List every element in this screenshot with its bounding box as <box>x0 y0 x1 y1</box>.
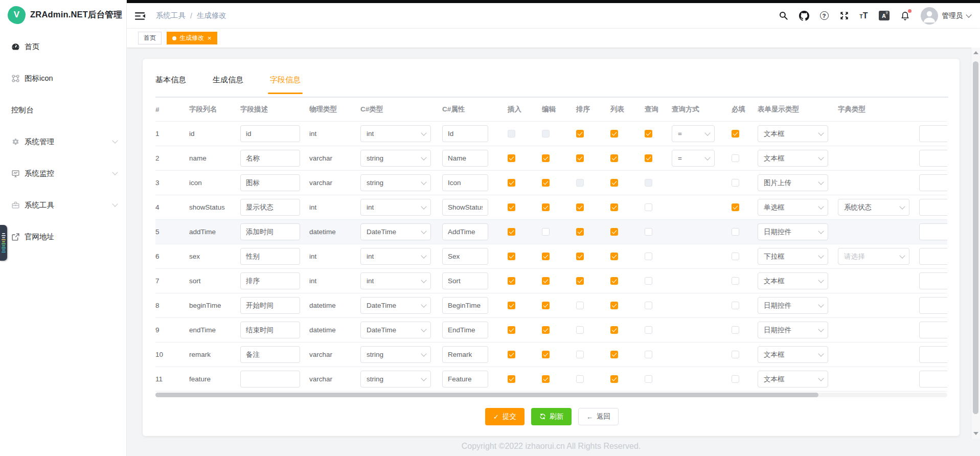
edit-checkbox[interactable] <box>542 351 550 358</box>
extra-input[interactable] <box>919 248 947 265</box>
csharp-property-input[interactable] <box>442 248 488 265</box>
description-input[interactable] <box>240 272 300 289</box>
display-type-select[interactable]: 日期控件 <box>758 223 828 240</box>
user-menu[interactable]: 管理员 <box>921 7 971 25</box>
display-type-select[interactable]: 文本框 <box>758 125 828 142</box>
edit-checkbox[interactable] <box>542 130 550 138</box>
edit-checkbox[interactable] <box>542 203 550 211</box>
edit-checkbox[interactable] <box>542 302 550 309</box>
query-checkbox[interactable] <box>645 228 652 236</box>
extra-input[interactable] <box>919 297 947 314</box>
query-checkbox[interactable] <box>645 351 652 358</box>
description-input[interactable] <box>240 150 300 167</box>
sort-checkbox[interactable] <box>576 203 584 211</box>
fullscreen-icon[interactable] <box>839 11 849 20</box>
extra-input[interactable] <box>919 174 947 191</box>
sort-checkbox[interactable] <box>576 375 584 383</box>
display-type-select[interactable]: 日期控件 <box>758 322 828 338</box>
display-type-select[interactable]: 文本框 <box>758 371 828 387</box>
query-checkbox[interactable] <box>645 203 652 211</box>
required-checkbox[interactable] <box>732 203 739 211</box>
extra-input[interactable] <box>919 223 947 240</box>
csharp-property-input[interactable] <box>442 322 488 338</box>
csharp-type-select[interactable]: int <box>360 199 431 216</box>
sidebar-item-site-link[interactable]: 官网地址 <box>0 221 126 253</box>
description-input[interactable] <box>240 125 300 142</box>
list-checkbox[interactable] <box>610 228 618 236</box>
insert-checkbox[interactable] <box>508 154 515 162</box>
csharp-property-input[interactable] <box>442 174 488 191</box>
list-checkbox[interactable] <box>610 253 618 260</box>
scroll-down-arrow-icon[interactable] <box>973 432 978 435</box>
help-icon[interactable]: ? <box>820 11 829 20</box>
edit-checkbox[interactable] <box>542 277 550 285</box>
query-checkbox[interactable] <box>645 375 652 383</box>
sort-checkbox[interactable] <box>576 351 584 358</box>
list-checkbox[interactable] <box>610 277 618 285</box>
edit-checkbox[interactable] <box>542 179 550 187</box>
extra-input[interactable] <box>919 346 947 363</box>
insert-checkbox[interactable] <box>508 130 515 138</box>
insert-checkbox[interactable] <box>508 326 515 334</box>
dict-type-select[interactable]: 系统状态 <box>838 199 909 216</box>
insert-checkbox[interactable] <box>508 179 515 187</box>
edit-checkbox[interactable] <box>542 154 550 162</box>
github-icon[interactable] <box>799 11 809 21</box>
csharp-type-select[interactable]: DateTime <box>360 297 431 314</box>
display-type-select[interactable]: 文本框 <box>758 272 828 289</box>
sort-checkbox[interactable] <box>576 326 584 334</box>
description-input[interactable] <box>240 223 300 240</box>
sidebar-item-console[interactable]: 控制台 <box>0 94 126 126</box>
required-checkbox[interactable] <box>732 130 739 138</box>
csharp-property-input[interactable] <box>442 223 488 240</box>
csharp-property-input[interactable] <box>442 297 488 314</box>
query-checkbox[interactable] <box>645 326 652 334</box>
edit-checkbox[interactable] <box>542 253 550 260</box>
required-checkbox[interactable] <box>732 277 739 285</box>
query-checkbox[interactable] <box>645 302 652 309</box>
insert-checkbox[interactable] <box>508 253 515 260</box>
display-type-select[interactable]: 文本框 <box>758 150 828 167</box>
list-checkbox[interactable] <box>610 302 618 309</box>
sidebar-item-system-monitor[interactable]: 系统监控 <box>0 157 126 189</box>
required-checkbox[interactable] <box>732 228 739 236</box>
display-type-select[interactable]: 文本框 <box>758 346 828 363</box>
query-mode-select[interactable]: = <box>672 150 715 167</box>
description-input[interactable] <box>240 199 300 216</box>
csharp-type-select[interactable]: string <box>360 371 431 387</box>
csharp-type-select[interactable]: DateTime <box>360 322 431 338</box>
list-checkbox[interactable] <box>610 203 618 211</box>
csharp-property-input[interactable] <box>442 150 488 167</box>
required-checkbox[interactable] <box>732 375 739 383</box>
theme-drawer-handle[interactable] <box>0 225 7 261</box>
list-checkbox[interactable] <box>610 326 618 334</box>
insert-checkbox[interactable] <box>508 203 515 211</box>
refresh-button[interactable]: 刷新 <box>531 408 572 425</box>
query-checkbox[interactable] <box>645 253 652 260</box>
description-input[interactable] <box>240 174 300 191</box>
extra-input[interactable] <box>919 272 947 289</box>
csharp-type-select[interactable]: int <box>360 248 431 265</box>
sort-checkbox[interactable] <box>576 130 584 138</box>
required-checkbox[interactable] <box>732 302 739 309</box>
sort-checkbox[interactable] <box>576 154 584 162</box>
back-button[interactable]: ← 返回 <box>578 408 619 425</box>
display-type-select[interactable]: 图片上传 <box>758 174 828 191</box>
sidebar-item-icons[interactable]: 图标icon <box>0 62 126 94</box>
query-mode-select[interactable]: = <box>672 125 715 142</box>
query-checkbox[interactable] <box>645 277 652 285</box>
sort-checkbox[interactable] <box>576 277 584 285</box>
sort-checkbox[interactable] <box>576 302 584 309</box>
sidebar-item-home[interactable]: 首页 <box>0 31 126 62</box>
tab-field-info[interactable]: 字段信息 <box>270 75 301 93</box>
extra-input[interactable] <box>919 125 947 142</box>
list-checkbox[interactable] <box>610 130 618 138</box>
tag-home[interactable]: 首页 <box>138 32 162 44</box>
search-icon[interactable] <box>779 11 788 20</box>
horizontal-scrollbar-thumb[interactable] <box>155 393 818 397</box>
list-checkbox[interactable] <box>610 351 618 358</box>
extra-input[interactable] <box>919 371 947 387</box>
required-checkbox[interactable] <box>732 253 739 260</box>
description-input[interactable] <box>240 248 300 265</box>
tag-generate-edit[interactable]: 生成修改 × <box>167 32 217 44</box>
